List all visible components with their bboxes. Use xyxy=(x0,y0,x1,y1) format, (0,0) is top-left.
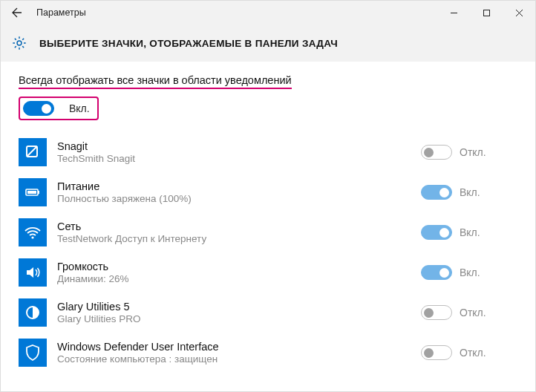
page-title: ВЫБЕРИТЕ ЗНАЧКИ, ОТОБРАЖАЕМЫЕ В ПАНЕЛИ З… xyxy=(39,38,338,49)
app-name: Windows Defender User Interface xyxy=(57,341,421,353)
app-toggle[interactable] xyxy=(421,265,452,280)
app-subtitle: TechSmith Snagit xyxy=(57,153,421,164)
app-toggle[interactable] xyxy=(421,305,452,320)
master-toggle-label: Всегда отображать все значки в области у… xyxy=(19,74,292,89)
close-button[interactable] xyxy=(503,1,535,24)
app-toggle-group: Откл. xyxy=(421,345,517,360)
app-toggle-state: Откл. xyxy=(460,146,486,158)
snagit-icon xyxy=(19,138,47,166)
maximize-button[interactable] xyxy=(470,1,503,24)
app-row: ПитаниеПолностью заряжена (100%)Вкл. xyxy=(19,174,517,214)
app-text: Windows Defender User InterfaceСостояние… xyxy=(57,341,421,365)
content: Всегда отображать все значки в области у… xyxy=(1,62,535,374)
app-row: ГромкостьДинамики: 26%Вкл. xyxy=(19,254,517,294)
app-toggle-state: Откл. xyxy=(460,347,486,359)
app-subtitle: Динамики: 26% xyxy=(57,273,421,284)
app-toggle[interactable] xyxy=(421,185,452,200)
app-row: СетьTestNetwork Доступ к ИнтернетуВкл. xyxy=(19,214,517,254)
app-text: ГромкостьДинамики: 26% xyxy=(57,261,421,284)
app-toggle[interactable] xyxy=(421,345,452,360)
window-controls xyxy=(437,1,535,24)
app-toggle-group: Вкл. xyxy=(421,185,517,200)
app-toggle[interactable] xyxy=(421,225,452,240)
svg-rect-0 xyxy=(483,10,489,16)
app-toggle-group: Вкл. xyxy=(421,225,517,240)
app-subtitle: TestNetwork Доступ к Интернету xyxy=(57,233,421,244)
app-list: SnagitTechSmith SnagitОткл.ПитаниеПолнос… xyxy=(19,134,517,374)
app-toggle-group: Вкл. xyxy=(421,265,517,280)
app-toggle-state: Вкл. xyxy=(460,226,480,238)
app-name: Glary Utilities 5 xyxy=(57,301,421,313)
app-toggle-group: Откл. xyxy=(421,145,517,160)
minimize-button[interactable] xyxy=(437,1,470,24)
app-text: SnagitTechSmith Snagit xyxy=(57,140,421,164)
titlebar: Параметры xyxy=(1,1,535,24)
app-row: Windows Defender User InterfaceСостояние… xyxy=(19,334,517,374)
page-header: ВЫБЕРИТЕ ЗНАЧКИ, ОТОБРАЖАЕМЫЕ В ПАНЕЛИ З… xyxy=(1,24,535,62)
app-subtitle: Glary Utilities PRO xyxy=(57,313,421,324)
app-text: ПитаниеПолностью заряжена (100%) xyxy=(57,180,421,204)
master-toggle-state: Вкл. xyxy=(69,102,90,114)
app-text: Glary Utilities 5Glary Utilities PRO xyxy=(57,301,421,324)
app-toggle-state: Вкл. xyxy=(460,267,480,278)
back-button[interactable] xyxy=(7,2,27,23)
app-toggle[interactable] xyxy=(421,145,452,160)
app-row: SnagitTechSmith SnagitОткл. xyxy=(19,134,517,174)
master-toggle-highlight: Вкл. xyxy=(19,97,99,120)
app-toggle-group: Откл. xyxy=(421,305,517,320)
app-name: Питание xyxy=(57,180,421,192)
window-title: Параметры xyxy=(36,7,86,18)
app-name: Громкость xyxy=(57,261,421,272)
app-row: Glary Utilities 5Glary Utilities PROОткл… xyxy=(19,294,517,334)
defender-icon xyxy=(19,339,47,367)
app-subtitle: Состояние компьютера : защищен xyxy=(57,353,421,365)
app-name: Snagit xyxy=(57,140,421,152)
gear-icon xyxy=(11,35,27,51)
app-toggle-state: Вкл. xyxy=(460,186,480,198)
battery-icon xyxy=(19,178,47,206)
glary-icon xyxy=(19,298,47,327)
app-name: Сеть xyxy=(57,220,421,232)
wifi-icon xyxy=(19,218,47,246)
svg-point-1 xyxy=(17,41,22,45)
master-toggle[interactable] xyxy=(23,101,54,116)
app-text: СетьTestNetwork Доступ к Интернету xyxy=(57,220,421,244)
volume-icon xyxy=(19,258,47,287)
app-subtitle: Полностью заряжена (100%) xyxy=(57,193,421,204)
app-toggle-state: Откл. xyxy=(460,307,486,318)
